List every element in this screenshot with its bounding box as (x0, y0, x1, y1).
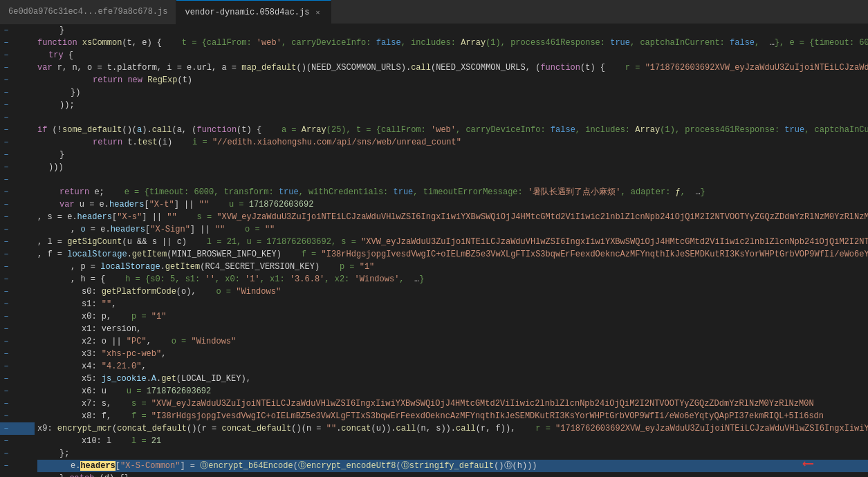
code-line: x4: "4.21.0", (37, 360, 868, 373)
gutter-row: − (0, 348, 35, 360)
code-line: x7: s, s = "XVW_eyJzaWduU3ZuIjoiNTEiLCJz… (37, 398, 868, 410)
code-line: x10: l l = 21 (37, 435, 868, 447)
gutter-row: − (0, 223, 35, 236)
gutter-row: − (0, 111, 35, 124)
code-line (37, 111, 868, 124)
code-line: }; (37, 447, 868, 460)
gutter-row: − (0, 124, 35, 136)
gutter-row-highlighted: − (0, 422, 35, 435)
tab-file1[interactable]: 6e0d0a976c31ec4...efe79a8c678.js (0, 0, 176, 24)
tab-file2[interactable]: vendor-dynamic.058d4ac.js ✕ (176, 0, 331, 24)
gutter-row: − (0, 273, 35, 286)
code-line: x1: version, (37, 323, 868, 335)
gutter-row: − (0, 198, 35, 211)
code-line: } (37, 24, 868, 37)
code-line: ))) (37, 161, 868, 174)
tab-label-2: vendor-dynamic.058d4ac.js (185, 8, 309, 17)
gutter-row: − (0, 447, 35, 460)
gutter-row: − (0, 410, 35, 422)
code-line: x3: "xhs-pc-web", (37, 348, 868, 360)
code-line: , h = { h = {s0: 5, s1: '', x0: '1', x1:… (37, 273, 868, 286)
code-line: s1: "", (37, 298, 868, 310)
code-line: , p = localStorage.getItem(RC4_SECRET_VE… (37, 261, 868, 273)
gutter-row: − (0, 161, 35, 174)
code-line: } (37, 149, 868, 161)
code-line: , f = localStorage.getItem(MINI_BROSWER_… (37, 248, 868, 261)
gutter-row: − (0, 24, 35, 37)
line-gutter: − − − − − − − − − − − − − − − − − − − − … (0, 24, 35, 477)
gutter-row: − (0, 174, 35, 186)
gutter-row: − (0, 323, 35, 335)
code-line: s0: getPlatformCode(o), o = "Windows" (37, 286, 868, 298)
code-line: var r, n, o = t.platform, i = e.url, a =… (37, 62, 868, 74)
gutter-row: − (0, 385, 35, 398)
gutter-row: − (0, 472, 35, 477)
gutter-row: − (0, 310, 35, 323)
code-line: x9: encrypt_mcr(concat_default()(r = con… (37, 422, 868, 435)
gutter-row: − (0, 99, 35, 111)
code-line: var u = e.headers["X-t"] || "" u = 17187… (37, 198, 868, 211)
code-line (37, 174, 868, 186)
arrow-indicator: ⟵ (804, 458, 813, 471)
code-line: if (!some_default()(a).call(a, (function… (37, 124, 868, 136)
code-line: x6: u u = 1718762603692 (37, 385, 868, 398)
code-content-area[interactable]: } function xsCommon(t, e) { t = {callFro… (35, 24, 868, 477)
gutter-row: − (0, 211, 35, 223)
gutter-row: − (0, 360, 35, 373)
gutter-row: − (0, 435, 35, 447)
gutter-row: − (0, 236, 35, 248)
gutter-row: − (0, 62, 35, 74)
code-line: } catch (d) {} (37, 472, 868, 477)
gutter-row: − (0, 37, 35, 49)
code-line: return e; e = {timeout: 6000, transform:… (37, 186, 868, 198)
gutter-row: − (0, 136, 35, 149)
editor-area: − − − − − − − − − − − − − − − − − − − − … (0, 24, 868, 477)
gutter-row: − (0, 373, 35, 385)
gutter-row: − (0, 286, 35, 298)
code-line: x5: js_cookie.A.get(LOCAL_ID_KEY), (37, 373, 868, 385)
gutter-row: − (0, 186, 35, 198)
gutter-row: − (0, 74, 35, 86)
tab-label-1: 6e0d0a976c31ec4...efe79a8c678.js (8, 7, 167, 17)
code-line: try { (37, 49, 868, 62)
gutter-row: − (0, 398, 35, 410)
gutter-row: − (0, 248, 35, 261)
gutter-row: − (0, 49, 35, 62)
gutter-row: − (0, 460, 35, 472)
tab-close-button[interactable]: ✕ (313, 8, 322, 17)
code-line: , l = getSigCount(u && s || c) l = 21, u… (37, 236, 868, 248)
code-line-highlighted: e.headers["X-S-Common"] = Ⓓencrypt_b64En… (37, 460, 868, 472)
code-line: function xsCommon(t, e) { t = {callFrom:… (37, 37, 868, 49)
tab-bar: 6e0d0a976c31ec4...efe79a8c678.js vendor-… (0, 0, 868, 24)
code-line: }) (37, 86, 868, 99)
code-line: return t.test(i) i = "//edith.xiaohongsh… (37, 136, 868, 149)
gutter-row: − (0, 149, 35, 161)
code-line: , o = e.headers["X-Sign"] || "" o = "" (37, 223, 868, 236)
gutter-row: − (0, 298, 35, 310)
code-line: return new RegExp(t) (37, 74, 868, 86)
code-line: )); (37, 99, 868, 111)
gutter-row: − (0, 335, 35, 348)
gutter-row: − (0, 86, 35, 99)
code-line: x2: o || "PC", o = "Windows" (37, 335, 868, 348)
code-line: , s = e.headers["X-s"] || "" s = "XVW_ey… (37, 211, 868, 223)
code-line: x8: f, f = "I38rHdgsjopgIvesdVwgIC+oIELm… (37, 410, 868, 422)
code-line: x0: p, p = "1" (37, 310, 868, 323)
gutter-row: − (0, 261, 35, 273)
